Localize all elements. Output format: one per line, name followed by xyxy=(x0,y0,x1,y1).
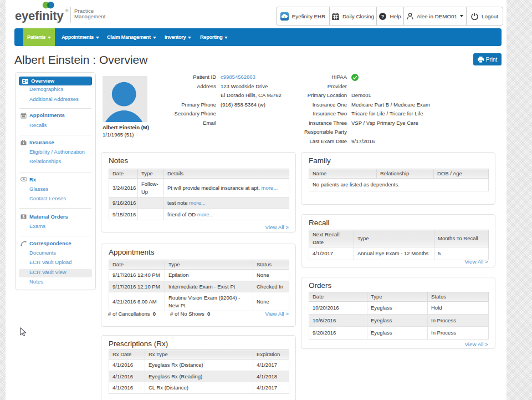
svg-text:?: ? xyxy=(381,13,385,19)
svg-text:$: $ xyxy=(23,215,25,219)
